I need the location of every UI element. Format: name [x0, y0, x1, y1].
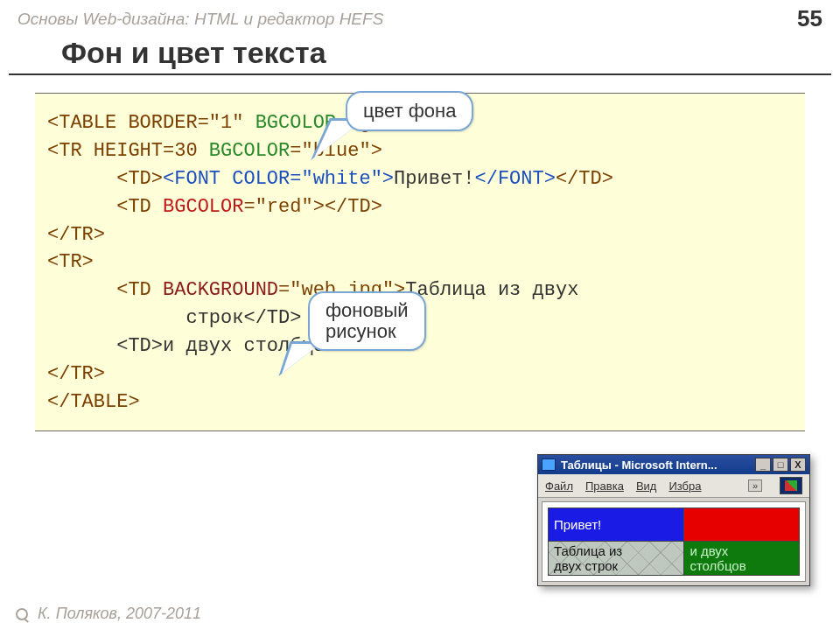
callout-bg-image-l1: фоновый: [326, 299, 409, 321]
menu-view[interactable]: Вид: [636, 480, 657, 493]
cell-a2: [684, 508, 800, 542]
menu-file[interactable]: Файл: [545, 480, 573, 493]
minimize-button[interactable]: _: [755, 458, 771, 472]
menu-edit[interactable]: Правка: [585, 480, 624, 493]
browser-client: Привет! Таблица издвух строк и двухстолб…: [542, 501, 806, 582]
callout-bg-image: фоновый рисунок: [308, 291, 426, 351]
maximize-button[interactable]: □: [773, 458, 788, 472]
browser-titlebar[interactable]: Таблицы - Microsoft Intern... _ □ X: [538, 455, 809, 474]
ie-logo-icon: [780, 477, 802, 494]
browser-app-icon: [542, 458, 556, 471]
code-l4c: ="red">: [243, 196, 324, 218]
code-l2b: BGCOLOR: [209, 140, 290, 162]
browser-title: Таблицы - Microsoft Intern...: [561, 458, 755, 472]
cell-b2: и двухстолбцов: [684, 542, 800, 576]
code-l3a: <TD>: [47, 168, 163, 190]
browser-menubar: Файл Правка Вид Избра »: [538, 474, 809, 498]
code-l4b: BGCOLOR: [163, 196, 243, 218]
code-l4a: <TD: [47, 196, 163, 218]
code-l3c: Привет!: [394, 168, 474, 190]
header-left: Основы Web-дизайна: HTML и редактор HEFS: [18, 10, 383, 29]
code-l11: </TABLE>: [47, 391, 140, 413]
code-l7a: <TD: [47, 279, 163, 301]
browser-window: Таблицы - Microsoft Intern... _ □ X Файл…: [537, 454, 810, 586]
menu-overflow[interactable]: »: [748, 480, 762, 492]
slide-footer: К. Поляков, 2007-2011: [16, 605, 201, 623]
slide-title: Фон и цвет текста: [9, 36, 831, 75]
table-row: Привет!: [549, 508, 800, 542]
code-l3d: </FONT>: [475, 168, 556, 190]
close-button[interactable]: X: [790, 458, 806, 472]
code-l10: </TR>: [47, 363, 105, 385]
table-row: Таблица издвух строк и двухстолбцов: [549, 542, 800, 576]
footer-text: К. Поляков, 2007-2011: [38, 605, 201, 622]
page-number: 55: [797, 5, 822, 32]
code-l7b: BACKGROUND: [163, 279, 278, 301]
cell-b1: Таблица издвух строк: [549, 542, 684, 576]
code-l7d: Таблица из двух: [405, 279, 578, 301]
code-l4d: </TD>: [325, 196, 382, 218]
code-l2a: <TR HEIGHT=30: [47, 140, 209, 162]
rendered-table: Привет! Таблица издвух строк и двухстолб…: [548, 508, 800, 576]
footer-icon: [16, 608, 28, 620]
code-l6: <TR>: [47, 251, 94, 273]
callout-bg-color: цвет фона: [346, 91, 473, 131]
code-block: <TABLE BORDER="1" BGCOLOR="green"> <TR H…: [35, 93, 805, 431]
code-l8: строк</TD>: [47, 307, 301, 329]
code-l3e: </TD>: [556, 168, 613, 190]
menu-fav[interactable]: Избра: [668, 480, 701, 493]
code-l1a: <TABLE BORDER="1": [47, 112, 256, 134]
code-l3b: <FONT COLOR="white">: [163, 168, 394, 190]
cell-a1: Привет!: [549, 508, 684, 542]
callout-bg-image-l2: рисунок: [326, 320, 396, 342]
code-l5: </TR>: [47, 224, 105, 246]
